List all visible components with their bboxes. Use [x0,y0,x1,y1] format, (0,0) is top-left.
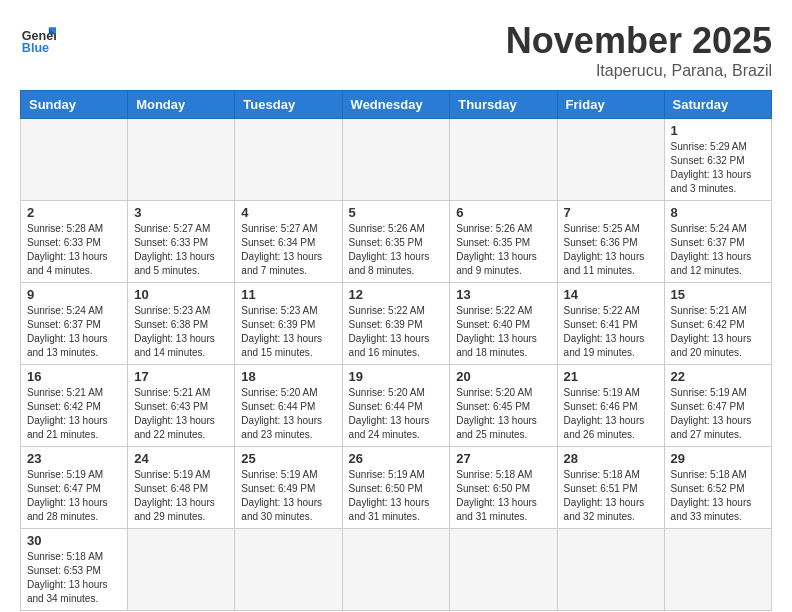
day-info: Sunrise: 5:22 AM Sunset: 6:39 PM Dayligh… [349,304,444,360]
day-number: 11 [241,287,335,302]
calendar-day-cell [342,119,450,201]
calendar-week-row: 23Sunrise: 5:19 AM Sunset: 6:47 PM Dayli… [21,447,772,529]
weekday-header-monday: Monday [128,91,235,119]
month-title: November 2025 [506,20,772,62]
calendar-day-cell [450,529,557,611]
calendar-week-row: 2Sunrise: 5:28 AM Sunset: 6:33 PM Daylig… [21,201,772,283]
calendar-day-cell: 26Sunrise: 5:19 AM Sunset: 6:50 PM Dayli… [342,447,450,529]
calendar-day-cell: 23Sunrise: 5:19 AM Sunset: 6:47 PM Dayli… [21,447,128,529]
day-info: Sunrise: 5:18 AM Sunset: 6:50 PM Dayligh… [456,468,550,524]
day-number: 3 [134,205,228,220]
day-info: Sunrise: 5:20 AM Sunset: 6:45 PM Dayligh… [456,386,550,442]
day-info: Sunrise: 5:19 AM Sunset: 6:48 PM Dayligh… [134,468,228,524]
day-info: Sunrise: 5:18 AM Sunset: 6:53 PM Dayligh… [27,550,121,606]
calendar-day-cell [664,529,771,611]
day-number: 26 [349,451,444,466]
day-info: Sunrise: 5:21 AM Sunset: 6:43 PM Dayligh… [134,386,228,442]
day-number: 20 [456,369,550,384]
calendar-day-cell [235,529,342,611]
calendar-week-row: 30Sunrise: 5:18 AM Sunset: 6:53 PM Dayli… [21,529,772,611]
day-info: Sunrise: 5:20 AM Sunset: 6:44 PM Dayligh… [349,386,444,442]
calendar-day-cell: 10Sunrise: 5:23 AM Sunset: 6:38 PM Dayli… [128,283,235,365]
calendar-day-cell: 6Sunrise: 5:26 AM Sunset: 6:35 PM Daylig… [450,201,557,283]
day-number: 22 [671,369,765,384]
day-info: Sunrise: 5:20 AM Sunset: 6:44 PM Dayligh… [241,386,335,442]
logo: General Blue [20,20,56,56]
calendar-day-cell [128,119,235,201]
day-number: 9 [27,287,121,302]
weekday-header-friday: Friday [557,91,664,119]
day-info: Sunrise: 5:18 AM Sunset: 6:51 PM Dayligh… [564,468,658,524]
calendar-day-cell [450,119,557,201]
location-title: Itaperucu, Parana, Brazil [506,62,772,80]
calendar-week-row: 16Sunrise: 5:21 AM Sunset: 6:42 PM Dayli… [21,365,772,447]
calendar-day-cell [557,529,664,611]
day-number: 25 [241,451,335,466]
calendar-day-cell [235,119,342,201]
calendar-day-cell [557,119,664,201]
calendar-day-cell: 18Sunrise: 5:20 AM Sunset: 6:44 PM Dayli… [235,365,342,447]
day-info: Sunrise: 5:18 AM Sunset: 6:52 PM Dayligh… [671,468,765,524]
calendar-day-cell [342,529,450,611]
calendar-day-cell: 17Sunrise: 5:21 AM Sunset: 6:43 PM Dayli… [128,365,235,447]
day-info: Sunrise: 5:21 AM Sunset: 6:42 PM Dayligh… [27,386,121,442]
calendar-day-cell: 4Sunrise: 5:27 AM Sunset: 6:34 PM Daylig… [235,201,342,283]
weekday-header-saturday: Saturday [664,91,771,119]
svg-text:Blue: Blue [22,41,49,55]
day-info: Sunrise: 5:19 AM Sunset: 6:50 PM Dayligh… [349,468,444,524]
day-info: Sunrise: 5:27 AM Sunset: 6:34 PM Dayligh… [241,222,335,278]
calendar-day-cell: 12Sunrise: 5:22 AM Sunset: 6:39 PM Dayli… [342,283,450,365]
day-number: 6 [456,205,550,220]
day-number: 21 [564,369,658,384]
weekday-header-sunday: Sunday [21,91,128,119]
day-number: 14 [564,287,658,302]
calendar-day-cell: 8Sunrise: 5:24 AM Sunset: 6:37 PM Daylig… [664,201,771,283]
day-number: 23 [27,451,121,466]
day-info: Sunrise: 5:21 AM Sunset: 6:42 PM Dayligh… [671,304,765,360]
calendar-day-cell: 25Sunrise: 5:19 AM Sunset: 6:49 PM Dayli… [235,447,342,529]
calendar-day-cell: 30Sunrise: 5:18 AM Sunset: 6:53 PM Dayli… [21,529,128,611]
day-info: Sunrise: 5:22 AM Sunset: 6:40 PM Dayligh… [456,304,550,360]
day-info: Sunrise: 5:26 AM Sunset: 6:35 PM Dayligh… [456,222,550,278]
calendar-week-row: 9Sunrise: 5:24 AM Sunset: 6:37 PM Daylig… [21,283,772,365]
day-number: 27 [456,451,550,466]
day-number: 13 [456,287,550,302]
day-number: 15 [671,287,765,302]
day-number: 8 [671,205,765,220]
day-info: Sunrise: 5:29 AM Sunset: 6:32 PM Dayligh… [671,140,765,196]
day-number: 19 [349,369,444,384]
calendar-day-cell: 2Sunrise: 5:28 AM Sunset: 6:33 PM Daylig… [21,201,128,283]
calendar-day-cell: 19Sunrise: 5:20 AM Sunset: 6:44 PM Dayli… [342,365,450,447]
calendar-day-cell: 5Sunrise: 5:26 AM Sunset: 6:35 PM Daylig… [342,201,450,283]
day-number: 7 [564,205,658,220]
calendar-day-cell: 7Sunrise: 5:25 AM Sunset: 6:36 PM Daylig… [557,201,664,283]
calendar-day-cell: 24Sunrise: 5:19 AM Sunset: 6:48 PM Dayli… [128,447,235,529]
calendar-week-row: 1Sunrise: 5:29 AM Sunset: 6:32 PM Daylig… [21,119,772,201]
day-info: Sunrise: 5:26 AM Sunset: 6:35 PM Dayligh… [349,222,444,278]
day-number: 30 [27,533,121,548]
calendar-day-cell: 1Sunrise: 5:29 AM Sunset: 6:32 PM Daylig… [664,119,771,201]
calendar-day-cell: 9Sunrise: 5:24 AM Sunset: 6:37 PM Daylig… [21,283,128,365]
day-number: 5 [349,205,444,220]
weekday-header-thursday: Thursday [450,91,557,119]
calendar-day-cell [128,529,235,611]
day-info: Sunrise: 5:19 AM Sunset: 6:47 PM Dayligh… [27,468,121,524]
day-info: Sunrise: 5:23 AM Sunset: 6:39 PM Dayligh… [241,304,335,360]
logo-icon: General Blue [20,20,56,56]
day-number: 28 [564,451,658,466]
calendar-day-cell: 28Sunrise: 5:18 AM Sunset: 6:51 PM Dayli… [557,447,664,529]
day-info: Sunrise: 5:19 AM Sunset: 6:49 PM Dayligh… [241,468,335,524]
calendar-day-cell: 15Sunrise: 5:21 AM Sunset: 6:42 PM Dayli… [664,283,771,365]
day-number: 16 [27,369,121,384]
day-number: 29 [671,451,765,466]
calendar-day-cell: 21Sunrise: 5:19 AM Sunset: 6:46 PM Dayli… [557,365,664,447]
day-info: Sunrise: 5:19 AM Sunset: 6:46 PM Dayligh… [564,386,658,442]
title-section: November 2025 Itaperucu, Parana, Brazil [506,20,772,80]
day-number: 24 [134,451,228,466]
calendar-day-cell: 27Sunrise: 5:18 AM Sunset: 6:50 PM Dayli… [450,447,557,529]
weekday-header-wednesday: Wednesday [342,91,450,119]
day-info: Sunrise: 5:27 AM Sunset: 6:33 PM Dayligh… [134,222,228,278]
day-info: Sunrise: 5:28 AM Sunset: 6:33 PM Dayligh… [27,222,121,278]
calendar: SundayMondayTuesdayWednesdayThursdayFrid… [20,90,772,611]
day-number: 18 [241,369,335,384]
